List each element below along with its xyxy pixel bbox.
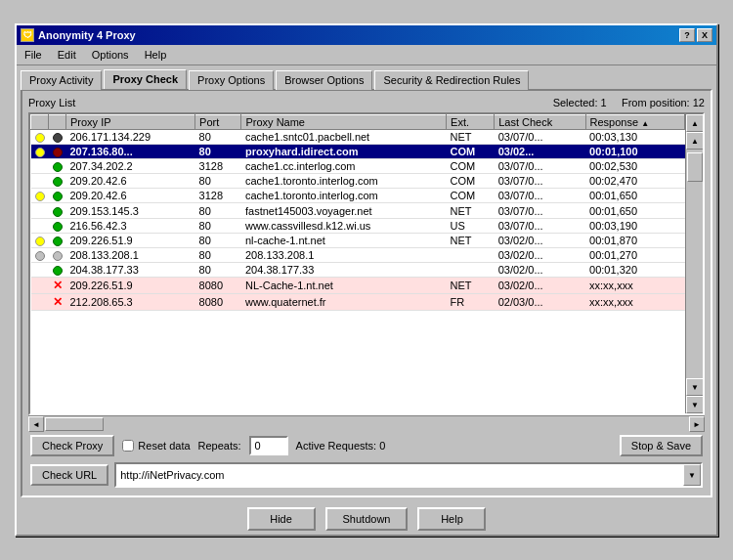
port-cell: 8080 bbox=[195, 277, 241, 293]
tab-proxy-options[interactable]: Proxy Options bbox=[189, 70, 274, 90]
name-cell: www.cassvillesd.k12.wi.us bbox=[241, 218, 447, 233]
ext-cell: NET bbox=[447, 233, 495, 247]
col-header-dot2 bbox=[49, 115, 66, 130]
scroll-thumb[interactable] bbox=[687, 152, 703, 182]
main-window: 🛡 Anonymity 4 Proxy ? X File Edit Option… bbox=[15, 23, 718, 537]
table-row[interactable]: 208.133.208.1 80 208.133.208.1 03/02/0..… bbox=[31, 247, 685, 262]
table-row[interactable]: 209.153.145.3 80 fastnet145003.voyager.n… bbox=[31, 203, 685, 218]
dot1-cell bbox=[31, 189, 49, 203]
dot2-cell bbox=[49, 218, 66, 233]
hide-button[interactable]: Hide bbox=[247, 507, 316, 531]
menu-file[interactable]: File bbox=[21, 47, 46, 63]
port-cell: 80 bbox=[195, 203, 241, 218]
dot1-cell bbox=[31, 130, 49, 145]
selected-info: Selected: 1 From position: 12 bbox=[553, 97, 705, 108]
name-cell: cache1.toronto.interlog.com bbox=[241, 174, 447, 189]
scroll-up-btn[interactable]: ▲ bbox=[686, 114, 704, 132]
ip-cell: 212.208.65.3 bbox=[66, 293, 195, 310]
reset-data-checkbox[interactable] bbox=[122, 440, 134, 452]
dot1-cell bbox=[31, 174, 49, 189]
ext-cell: NET bbox=[447, 130, 495, 145]
col-header-dot1 bbox=[31, 115, 49, 130]
table-row[interactable]: 207.34.202.2 3128 cache1.cc.interlog.com… bbox=[31, 159, 685, 174]
table-row[interactable]: 209.226.51.9 80 nl-cache-1.nt.net NET 03… bbox=[31, 233, 685, 247]
menu-bar: File Edit Options Help bbox=[17, 45, 716, 65]
controls-row1: Check Proxy Reset data Repeats: Active R… bbox=[28, 431, 705, 460]
close-button[interactable]: X bbox=[697, 28, 712, 42]
menu-options[interactable]: Options bbox=[88, 47, 133, 63]
scroll-down-btn[interactable]: ▼ bbox=[686, 396, 704, 413]
scroll-track[interactable] bbox=[686, 151, 703, 376]
stop-save-button[interactable]: Stop & Save bbox=[620, 435, 703, 456]
help-footer-button[interactable]: Help bbox=[417, 507, 486, 531]
vertical-scrollbar[interactable]: ▲ ▲ ▼ ▼ bbox=[685, 114, 703, 413]
proxy-table: Proxy IP Port Proxy Name Ext. Last Check… bbox=[30, 114, 685, 311]
col-header-name[interactable]: Proxy Name bbox=[241, 115, 447, 130]
title-bar: 🛡 Anonymity 4 Proxy ? X bbox=[17, 25, 716, 45]
table-row[interactable]: 209.20.42.6 80 cache1.toronto.interlog.c… bbox=[31, 174, 685, 189]
menu-edit[interactable]: Edit bbox=[54, 47, 80, 63]
port-cell: 80 bbox=[195, 130, 241, 145]
check-proxy-button[interactable]: Check Proxy bbox=[30, 435, 114, 456]
scroll-right-btn[interactable]: ► bbox=[689, 416, 705, 432]
ext-cell: NET bbox=[447, 277, 495, 293]
reset-data-checkbox-area: Reset data bbox=[122, 440, 190, 452]
table-row[interactable]: 207.136.80... 80 proxyhard.idirect.com C… bbox=[31, 145, 685, 159]
scroll-down-fast-btn[interactable]: ▼ bbox=[686, 378, 704, 396]
port-cell: 80 bbox=[195, 247, 241, 262]
ip-cell: 207.136.80... bbox=[66, 145, 195, 159]
help-button[interactable]: ? bbox=[679, 28, 695, 42]
table-row[interactable]: 216.56.42.3 80 www.cassvillesd.k12.wi.us… bbox=[31, 218, 685, 233]
scroll-left-btn[interactable]: ◄ bbox=[28, 416, 44, 432]
proxy-list-label: Proxy List bbox=[28, 97, 75, 108]
tab-browser-options[interactable]: Browser Options bbox=[276, 70, 372, 90]
dot1-cell bbox=[31, 218, 49, 233]
dot2-cell bbox=[49, 130, 66, 145]
tab-bar: Proxy Activity Proxy Check Proxy Options… bbox=[17, 65, 716, 89]
name-cell: proxyhard.idirect.com bbox=[241, 145, 447, 159]
controls-row2: Check URL ▼ bbox=[28, 460, 705, 490]
port-cell: 80 bbox=[195, 262, 241, 277]
horiz-scroll-track[interactable] bbox=[44, 416, 689, 431]
ip-cell: 206.171.134.229 bbox=[66, 130, 195, 145]
ext-cell: COM bbox=[447, 145, 495, 159]
horiz-scroll-thumb[interactable] bbox=[45, 417, 104, 431]
response-cell: 00:01,320 bbox=[585, 262, 684, 277]
check-url-button[interactable]: Check URL bbox=[30, 464, 108, 486]
tab-proxy-activity[interactable]: Proxy Activity bbox=[21, 70, 102, 90]
dot1-cell bbox=[31, 159, 49, 174]
response-cell: xx:xx,xxx bbox=[585, 293, 684, 310]
name-cell: fastnet145003.voyager.net bbox=[241, 203, 447, 218]
footer: Hide Shutdown Help bbox=[17, 501, 716, 535]
table-row[interactable]: ✕ 209.226.51.9 8080 NL-Cache-1.nt.net NE… bbox=[31, 277, 685, 293]
col-header-ext[interactable]: Ext. bbox=[447, 115, 495, 130]
scroll-up-fast-btn[interactable]: ▲ bbox=[686, 132, 704, 150]
col-header-port[interactable]: Port bbox=[195, 115, 241, 130]
repeats-input[interactable] bbox=[249, 436, 288, 455]
tab-proxy-check[interactable]: Proxy Check bbox=[104, 69, 187, 89]
position-value: 12 bbox=[693, 97, 705, 108]
name-cell: cache1.cc.interlog.com bbox=[241, 159, 447, 174]
ip-cell: 209.153.145.3 bbox=[66, 203, 195, 218]
shutdown-button[interactable]: Shutdown bbox=[325, 507, 409, 531]
url-input[interactable] bbox=[116, 464, 683, 486]
col-header-response[interactable]: Response ▲ bbox=[585, 115, 684, 130]
ext-cell: COM bbox=[447, 174, 495, 189]
menu-help[interactable]: Help bbox=[141, 47, 171, 63]
horizontal-scrollbar[interactable]: ◄ ► bbox=[28, 415, 705, 431]
col-header-check[interactable]: Last Check bbox=[495, 115, 585, 130]
table-row[interactable]: 204.38.177.33 80 204.38.177.33 03/02/0..… bbox=[31, 262, 685, 277]
name-cell: cache1.toronto.interlog.com bbox=[241, 189, 447, 203]
check-cell: 03/07/0... bbox=[495, 159, 585, 174]
ext-cell: FR bbox=[447, 293, 495, 310]
table-row[interactable]: 209.20.42.6 3128 cache1.toronto.interlog… bbox=[31, 189, 685, 203]
url-dropdown-button[interactable]: ▼ bbox=[683, 464, 701, 486]
table-row[interactable]: 206.171.134.229 80 cache1.sntc01.pacbell… bbox=[31, 130, 685, 145]
proxy-table-inner[interactable]: Proxy IP Port Proxy Name Ext. Last Check… bbox=[30, 114, 685, 413]
col-header-ip[interactable]: Proxy IP bbox=[66, 115, 195, 130]
table-row[interactable]: ✕ 212.208.65.3 8080 www.quaternet.fr FR … bbox=[31, 293, 685, 310]
ext-cell: US bbox=[447, 218, 495, 233]
response-cell: xx:xx,xxx bbox=[585, 277, 684, 293]
check-cell: 03/02/0... bbox=[495, 233, 585, 247]
tab-security-rules[interactable]: Security & Redirection Rules bbox=[374, 70, 529, 90]
